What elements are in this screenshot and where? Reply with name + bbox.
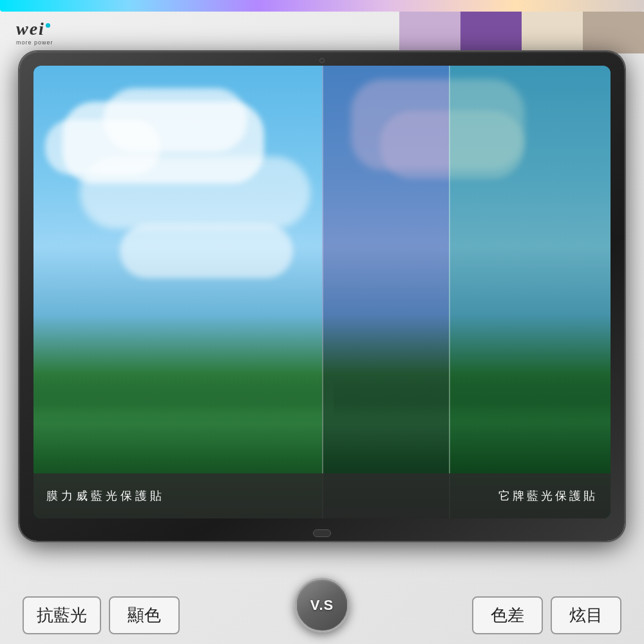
tag-anti-blue[interactable]: 抗藍光 bbox=[23, 596, 101, 634]
label-right-text: 它牌藍光保護貼 bbox=[498, 488, 598, 504]
right-tag-group: 色差 炫目 bbox=[472, 596, 621, 634]
tag-color[interactable]: 顯色 bbox=[109, 596, 180, 634]
cloud-5 bbox=[120, 224, 293, 278]
device-frame: 膜力威藍光保護貼 它牌藍光保護貼 bbox=[19, 52, 625, 541]
swatch-tan bbox=[583, 12, 644, 53]
tag-glare[interactable]: 炫目 bbox=[551, 596, 621, 634]
label-left-text: 膜力威藍光保護貼 bbox=[46, 488, 165, 504]
logo-text: wei bbox=[16, 20, 151, 38]
page-container: wei more power bbox=[0, 0, 644, 644]
vs-badge: V.S bbox=[295, 578, 350, 632]
color-swatches bbox=[399, 12, 644, 53]
device-home-button[interactable] bbox=[313, 529, 331, 537]
logo-subtitle: more power bbox=[16, 39, 151, 46]
device-camera bbox=[319, 58, 325, 63]
divider-left bbox=[322, 66, 323, 518]
divider-right bbox=[449, 66, 450, 518]
screen-label-bar: 膜力威藍光保護貼 它牌藍光保護貼 bbox=[33, 473, 611, 518]
logo-dot bbox=[46, 23, 50, 28]
device-container: 膜力威藍光保護貼 它牌藍光保護貼 bbox=[19, 52, 625, 541]
device-screen: 膜力威藍光保護貼 它牌藍光保護貼 bbox=[33, 66, 611, 518]
purple-tint-overlay bbox=[322, 66, 449, 518]
logo-area: wei more power bbox=[13, 12, 155, 53]
swatch-light-purple bbox=[399, 12, 460, 53]
swatch-cream bbox=[522, 12, 583, 53]
cloud-4 bbox=[80, 156, 310, 229]
left-tag-group: 抗藍光 顯色 bbox=[23, 596, 180, 634]
teal-tint-overlay bbox=[449, 66, 611, 518]
top-gradient-bar bbox=[0, 0, 644, 12]
tag-color-diff[interactable]: 色差 bbox=[472, 596, 543, 634]
screen-content: 膜力威藍光保護貼 它牌藍光保護貼 bbox=[33, 66, 611, 518]
swatch-purple bbox=[460, 12, 522, 53]
vs-text: V.S bbox=[310, 597, 334, 614]
